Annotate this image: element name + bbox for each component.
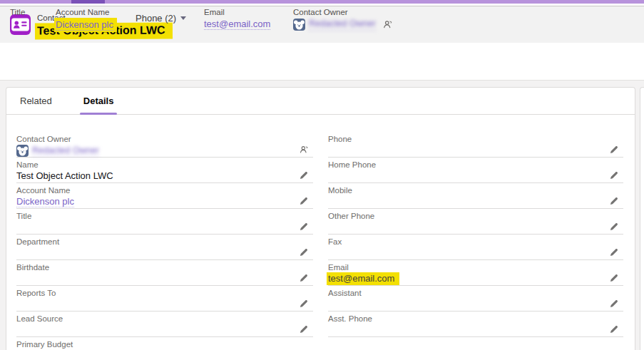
field-name: NameTest Object Action LWC: [16, 158, 313, 183]
owner-avatar: [16, 145, 29, 157]
phone-dropdown-label: Phone (2): [136, 13, 176, 24]
field-asst-phone: Asst. Phone: [328, 312, 623, 337]
field-label: Phone: [328, 132, 623, 144]
edit-pencil-icon[interactable]: [609, 247, 619, 257]
email-link[interactable]: test@email.com: [204, 19, 270, 30]
field-fax: Fax: [328, 235, 623, 260]
field-label: Email: [204, 7, 270, 17]
edit-pencil-icon[interactable]: [299, 273, 309, 283]
browser-progress-bar: [0, 0, 644, 4]
field-label: Mobile: [328, 183, 623, 195]
highlight-field-title: Title: [10, 7, 25, 17]
field-value: [328, 170, 623, 182]
field-label: Other Phone: [328, 209, 623, 221]
field-label: Birthdate: [16, 260, 313, 272]
field-value: test@email.com: [328, 273, 623, 284]
field-label: Account Name: [16, 183, 313, 195]
field-value: [16, 273, 313, 284]
account-name-link[interactable]: Dickenson plc: [56, 19, 113, 31]
tab-related[interactable]: Related: [16, 96, 56, 114]
detail-left-column: Contact OwnerRedacted OwnerNameTest Obje…: [16, 132, 313, 350]
edit-pencil-icon[interactable]: [609, 222, 619, 232]
detail-right-column: Phone Home Phone Mobile Other Phone Fax …: [328, 132, 623, 350]
field-label: Lead Source: [16, 312, 313, 324]
owner-avatar: [293, 19, 305, 31]
edit-pencil-icon[interactable]: [609, 170, 619, 180]
field-label: Title: [10, 7, 25, 17]
edit-pencil-icon[interactable]: [299, 324, 309, 334]
tab-details[interactable]: Details: [80, 96, 118, 114]
field-assistant: Assistant: [328, 286, 623, 312]
chevron-down-icon: [180, 16, 186, 20]
field-birthdate: Birthdate: [16, 260, 313, 286]
edit-pencil-icon[interactable]: [609, 299, 619, 309]
field-value: [328, 247, 623, 259]
edit-pencil-icon[interactable]: [299, 170, 309, 180]
field-other-phone: Other Phone: [328, 209, 623, 235]
field-email: Emailtest@email.com: [328, 260, 623, 286]
highlight-field-phone: Phone (2): [136, 7, 186, 24]
field-value: Redacted Owner: [16, 145, 313, 156]
edit-pencil-icon[interactable]: [609, 196, 619, 206]
change-owner-icon[interactable]: [299, 145, 309, 155]
field-label: Asst. Phone: [328, 312, 623, 324]
record-detail-card: Related Details Contact OwnerRedacted Ow…: [6, 87, 635, 350]
change-owner-icon[interactable]: [382, 19, 393, 30]
field-value: [328, 324, 623, 336]
field-value: Dickenson plc: [16, 196, 313, 207]
highlight-field-account-name: Account Name Dickenson plc: [56, 7, 117, 32]
field-value: [16, 299, 313, 310]
edit-pencil-icon[interactable]: [609, 145, 619, 155]
field-value: [328, 299, 623, 310]
highlight-field-email: Email test@email.com: [204, 7, 270, 30]
field-mobile: Mobile: [328, 183, 623, 209]
field-value: [16, 247, 313, 259]
field-label: Primary Budget: [16, 337, 313, 349]
highlights-panel: [0, 43, 644, 81]
field-label: Contact Owner: [293, 7, 393, 17]
field-label: Reports To: [16, 286, 313, 298]
edit-pencil-icon[interactable]: [299, 222, 309, 232]
field-phone: Phone: [328, 132, 623, 158]
owner-name-redacted[interactable]: Redacted Owner: [309, 18, 376, 31]
field-value: Test Object Action LWC: [16, 170, 313, 182]
owner-name-redacted[interactable]: Redacted Owner: [32, 145, 99, 157]
field-label: Account Name: [56, 7, 117, 17]
field-lead-source: Lead Source: [16, 312, 313, 337]
field-value: [16, 324, 313, 336]
field-label: Contact Owner: [16, 132, 313, 144]
field-value: [16, 222, 313, 233]
highlight-marker: Dickenson plc: [54, 18, 117, 32]
edit-pencil-icon[interactable]: [299, 247, 309, 257]
field-label: Home Phone: [328, 158, 623, 170]
detail-form: Contact OwnerRedacted OwnerNameTest Obje…: [6, 115, 635, 350]
field-label: Assistant: [328, 286, 623, 298]
contact-object-icon: [10, 14, 31, 35]
field-department: Department: [16, 235, 313, 260]
field-label: Department: [16, 235, 313, 247]
side-panel-edge: [640, 87, 644, 350]
field-label: Name: [16, 158, 313, 170]
field-value: [328, 196, 623, 207]
edit-pencil-icon[interactable]: [299, 196, 309, 206]
field-account-name: Account NameDickenson plc: [16, 183, 313, 209]
highlight-field-contact-owner: Contact Owner Redacted Owner: [293, 7, 393, 31]
field-primary-budget: Primary Budget: [16, 337, 313, 350]
tab-bar: Related Details: [6, 88, 635, 115]
field-label: Email: [328, 260, 623, 272]
edit-pencil-icon[interactable]: [609, 324, 619, 334]
phone-dropdown-button[interactable]: Phone (2): [136, 13, 186, 24]
field-value-link[interactable]: Dickenson plc: [16, 196, 74, 207]
edit-pencil-icon[interactable]: [299, 299, 309, 309]
field-contact-owner: Contact OwnerRedacted Owner: [16, 132, 313, 158]
highlighted-value: test@email.com: [327, 272, 399, 285]
progress-bar-segment: [71, 0, 105, 4]
field-label: Fax: [328, 235, 623, 247]
field-label: Title: [16, 209, 313, 221]
edit-pencil-icon[interactable]: [609, 273, 619, 283]
field-reports-to: Reports To: [16, 286, 313, 312]
field-title: Title: [16, 209, 313, 235]
field-value: [328, 222, 623, 233]
field-value: [328, 145, 623, 156]
field-home-phone: Home Phone: [328, 158, 623, 183]
